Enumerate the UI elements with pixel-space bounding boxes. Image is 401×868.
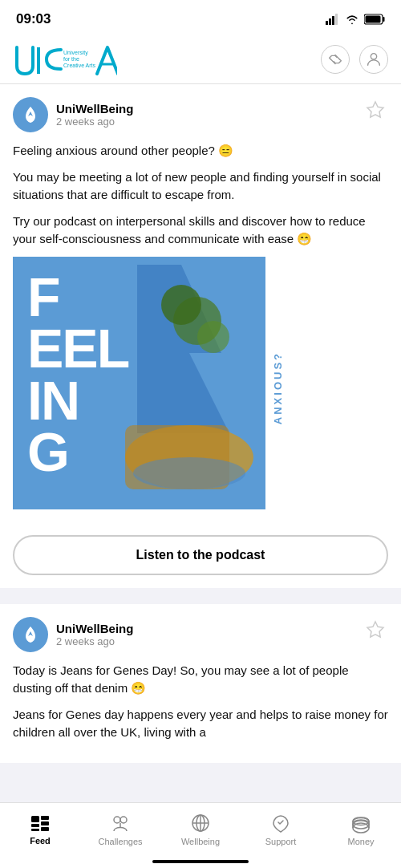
svg-rect-3 [335, 14, 338, 25]
svg-point-12 [371, 54, 376, 59]
author-info-2: UniWellBeing 2 weeks ago [56, 622, 133, 647]
handshake-button[interactable] [321, 45, 350, 74]
author-info-1: UniWellBeing 2 weeks ago [56, 102, 133, 128]
post-text-1a: Feeling anxious around other people? 😑 [13, 142, 388, 160]
tab-feed[interactable]: Feed [0, 813, 80, 846]
feeling-f: F EEL IN G [27, 271, 128, 478]
feed: UniWellBeing 2 weeks ago Feeling anxious… [0, 84, 401, 763]
support-icon [269, 812, 292, 834]
post-text-2a: Today is Jeans for Genes Day! So, you ma… [13, 662, 388, 698]
svg-point-20 [197, 321, 229, 353]
post-header-1: UniWellBeing 2 weeks ago [13, 97, 388, 132]
svg-point-30 [120, 817, 127, 823]
author-avatar-2 [13, 617, 48, 652]
money-icon [350, 812, 372, 834]
tab-challenges-label: Challenges [98, 837, 142, 846]
feed-icon [30, 813, 51, 834]
svg-rect-27 [41, 821, 49, 825]
author-name-1: UniWellBeing [56, 102, 133, 116]
svg-rect-2 [332, 16, 334, 25]
status-time: 09:03 [16, 11, 51, 27]
post-text-2b: Jeans for Genes day happens every year a… [13, 706, 388, 742]
post-header-2: UniWellBeing 2 weeks ago [13, 617, 388, 652]
post-author-2: UniWellBeing 2 weeks ago [13, 617, 133, 652]
svg-rect-6 [366, 16, 381, 23]
author-time-1: 2 weeks ago [56, 116, 133, 128]
svg-marker-22 [367, 622, 383, 637]
svg-rect-25 [31, 829, 39, 831]
post-text-1c: Try our podcast on interpersonal skills … [13, 213, 388, 249]
tab-feed-label: Feed [30, 836, 51, 846]
svg-rect-23 [31, 816, 39, 822]
tab-support[interactable]: Support [241, 812, 321, 846]
listen-podcast-button[interactable]: Listen to the podcast [13, 535, 388, 575]
star-icon-1 [366, 100, 385, 120]
author-avatar-1 [13, 97, 48, 132]
tab-bar: Feed Challenges Wellbeing Support [0, 802, 401, 868]
post-card-2: UniWellBeing 2 weeks ago Today is Jeans … [0, 604, 401, 763]
svg-rect-7 [37, 47, 40, 74]
tab-money-label: Money [347, 837, 374, 846]
tab-money[interactable]: Money [321, 812, 401, 846]
status-bar: 09:03 [0, 0, 401, 35]
svg-text:for the: for the [63, 56, 79, 62]
wellbeing-icon [189, 812, 212, 834]
podcast-image: F EEL IN G [13, 257, 265, 509]
tab-wellbeing-label: Wellbeing [181, 837, 220, 846]
svg-text:Creative Arts: Creative Arts [63, 63, 96, 68]
battery-icon [364, 14, 385, 25]
svg-rect-5 [383, 17, 385, 22]
svg-text:University: University [63, 50, 88, 56]
header: University for the Creative Arts [0, 35, 401, 84]
home-indicator [152, 860, 249, 863]
svg-rect-0 [326, 21, 328, 25]
svg-point-29 [114, 817, 120, 823]
status-icons [326, 14, 385, 25]
svg-rect-24 [31, 824, 39, 827]
svg-rect-26 [41, 816, 49, 820]
star-button-2[interactable] [363, 617, 388, 645]
tab-challenges[interactable]: Challenges [80, 812, 160, 846]
anxious-label: ANXIOUS? [272, 351, 287, 424]
profile-button[interactable] [359, 45, 388, 74]
post-author-1: UniWellBeing 2 weeks ago [13, 97, 133, 132]
post-text-1b: You may be meeting a lot of new people a… [13, 168, 388, 205]
handshake-icon [326, 51, 344, 68]
challenges-icon [109, 812, 132, 834]
svg-point-21 [133, 457, 245, 489]
profile-icon [365, 51, 383, 68]
signal-icon [326, 14, 340, 25]
post-separator [0, 596, 401, 604]
star-icon-2 [366, 620, 385, 639]
tab-support-label: Support [265, 837, 297, 846]
star-button-1[interactable] [363, 97, 388, 125]
wifi-icon [345, 14, 359, 25]
svg-rect-28 [41, 827, 49, 831]
post-card-1: UniWellBeing 2 weeks ago Feeling anxious… [0, 84, 401, 588]
tab-wellbeing[interactable]: Wellbeing [160, 812, 241, 846]
logo: University for the Creative Arts [13, 43, 117, 75]
svg-point-19 [161, 285, 201, 325]
svg-marker-13 [367, 102, 383, 117]
header-actions [321, 45, 388, 74]
uca-logo: University for the Creative Arts [13, 43, 117, 75]
author-name-2: UniWellBeing [56, 622, 133, 635]
svg-rect-1 [329, 18, 331, 25]
author-time-2: 2 weeks ago [56, 635, 133, 647]
